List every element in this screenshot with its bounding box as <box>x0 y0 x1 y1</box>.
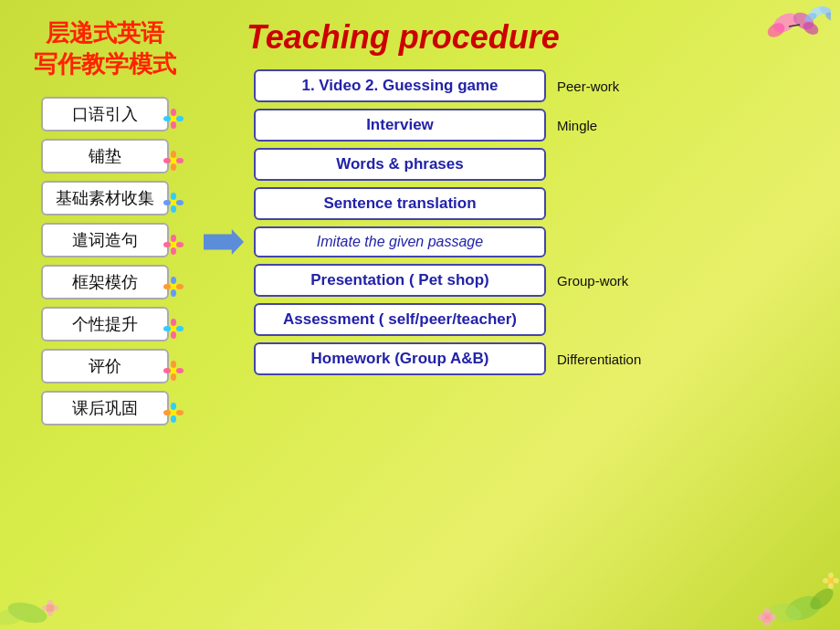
flower-deco-7 <box>163 361 184 385</box>
svg-point-49 <box>170 283 177 290</box>
svg-point-56 <box>171 331 176 339</box>
proc-6-side-label: Group-work <box>557 273 628 289</box>
proc-row-5: Imitate the given passage <box>201 226 822 257</box>
svg-point-66 <box>171 415 176 423</box>
proc-row-1: 1. Video 2. Guessing gamePeer-work <box>201 69 822 102</box>
svg-point-40 <box>171 193 176 200</box>
svg-point-60 <box>171 361 176 368</box>
svg-point-34 <box>170 157 177 164</box>
proc-1-side-label: Peer-work <box>557 79 619 94</box>
flower-deco-8 <box>163 403 184 427</box>
svg-point-61 <box>171 373 176 381</box>
left-item-3: 基础素材收集 <box>41 181 169 215</box>
left-item-7: 评价 <box>41 349 169 383</box>
proc-2-box: Interview <box>254 109 546 142</box>
flower-deco-2 <box>163 151 184 175</box>
proc-4-box: Sentence translation <box>254 187 546 220</box>
arrow-spacer-5 <box>201 229 247 255</box>
left-item-2: 铺垫 <box>41 139 169 173</box>
proc-row-7: Assessment ( self/peer/teacher) <box>201 303 822 336</box>
proc-row-3: Words & phrases <box>201 148 822 181</box>
svg-point-37 <box>163 158 171 163</box>
svg-point-53 <box>176 284 184 289</box>
left-item-1: 口语引入 <box>41 97 169 131</box>
svg-point-45 <box>171 235 176 242</box>
svg-point-32 <box>163 116 171 121</box>
svg-point-44 <box>170 241 177 248</box>
procedures-list: 1. Video 2. Guessing gamePeer-workInterv… <box>201 69 822 375</box>
left-title: 层递式英语 写作教学模式 <box>34 18 176 80</box>
svg-point-59 <box>170 367 177 374</box>
main-title: Teaching procedure <box>201 18 822 57</box>
left-item-5: 框架模仿 <box>41 265 169 299</box>
svg-point-36 <box>171 163 176 171</box>
svg-point-30 <box>171 109 176 116</box>
svg-point-46 <box>171 247 176 255</box>
proc-row-8: Homework (Group A&B)Differentiation <box>201 342 822 375</box>
flower-deco-6 <box>163 319 184 343</box>
svg-point-41 <box>171 205 176 213</box>
proc-6-box: Presentation ( Pet shop) <box>254 264 546 297</box>
left-title-line1: 层递式英语 <box>34 18 176 49</box>
svg-point-38 <box>176 158 184 163</box>
svg-point-64 <box>170 409 177 416</box>
svg-point-54 <box>170 325 177 332</box>
flower-deco-3 <box>163 193 184 217</box>
svg-point-51 <box>171 289 176 297</box>
svg-point-58 <box>176 326 184 331</box>
svg-point-52 <box>163 284 171 289</box>
proc-7-box: Assessment ( self/peer/teacher) <box>254 303 546 336</box>
proc-1-box: 1. Video 2. Guessing game <box>254 69 546 102</box>
svg-point-48 <box>176 242 184 247</box>
proc-2-side-label: Mingle <box>557 118 597 133</box>
svg-point-57 <box>163 326 171 331</box>
procedure-arrow <box>204 229 244 255</box>
svg-point-55 <box>171 319 176 326</box>
left-item-4: 遣词造句 <box>41 223 169 257</box>
svg-point-33 <box>176 116 184 121</box>
proc-row-2: InterviewMingle <box>201 109 822 142</box>
svg-point-29 <box>170 115 177 122</box>
left-items-list: 口语引入 铺垫 基础素材收集 遣词造句 框架模仿 个性提升 评价 <box>18 97 192 425</box>
svg-point-42 <box>163 200 171 205</box>
svg-point-39 <box>170 199 177 206</box>
left-title-line2: 写作教学模式 <box>34 49 176 80</box>
left-column: 层递式英语 写作教学模式 口语引入 铺垫 基础素材收集 遣词造句 框架模仿 个性… <box>18 18 192 425</box>
svg-point-31 <box>171 121 176 129</box>
proc-row-4: Sentence translation <box>201 187 822 220</box>
svg-point-62 <box>163 368 171 373</box>
left-item-8: 课后巩固 <box>41 391 169 425</box>
svg-point-50 <box>171 277 176 284</box>
svg-point-65 <box>171 403 176 410</box>
proc-8-box: Homework (Group A&B) <box>254 342 546 375</box>
proc-5-box: Imitate the given passage <box>254 226 546 257</box>
proc-3-box: Words & phrases <box>254 148 546 181</box>
svg-point-68 <box>176 410 184 415</box>
proc-row-6: Presentation ( Pet shop)Group-work <box>201 264 822 297</box>
flower-deco-1 <box>163 109 184 133</box>
right-column: Teaching procedure 1. Video 2. Guessing … <box>192 18 822 375</box>
left-item-6: 个性提升 <box>41 307 169 341</box>
flower-deco-4 <box>163 235 184 259</box>
proc-8-side-label: Differentiation <box>557 352 641 367</box>
svg-point-35 <box>171 151 176 158</box>
svg-point-43 <box>176 200 184 205</box>
svg-point-63 <box>176 368 184 373</box>
svg-point-67 <box>163 410 171 415</box>
svg-point-47 <box>163 242 171 247</box>
flower-deco-5 <box>163 277 184 301</box>
